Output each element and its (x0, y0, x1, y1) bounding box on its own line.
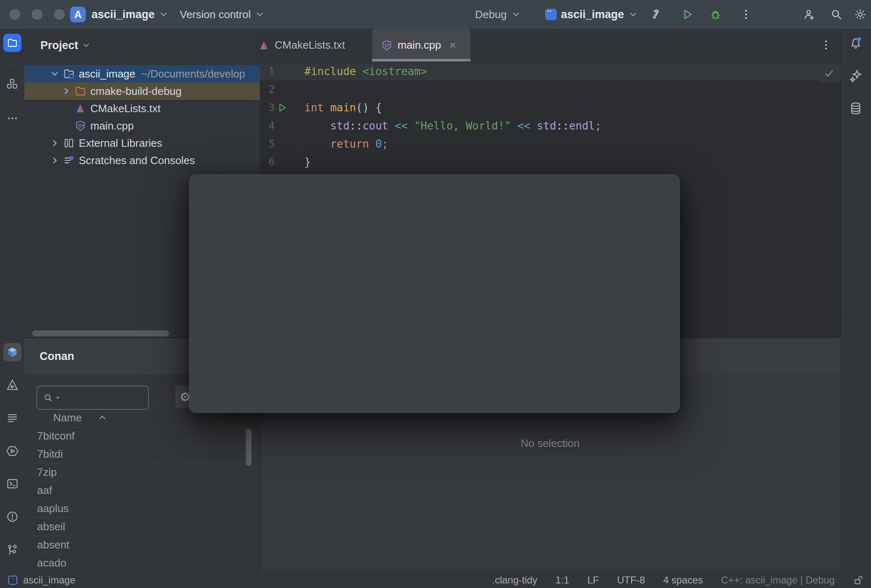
code-line[interactable]: 5 return 0; (260, 135, 840, 153)
status-clang-tidy[interactable]: .clang-tidy (492, 574, 537, 586)
tree-item-cmakelists[interactable]: CMakeLists.txt (24, 100, 260, 117)
cpp-file-icon: C (381, 40, 393, 51)
code-line[interactable]: 1#include <iostream> (260, 62, 840, 80)
tool-conan-button[interactable] (3, 343, 21, 361)
terminal-icon[interactable] (0, 477, 24, 490)
status-encoding[interactable]: UTF-8 (617, 574, 645, 586)
line-number: 3 (260, 102, 275, 113)
vertical-scrollbar[interactable] (246, 429, 252, 466)
run-button[interactable] (681, 8, 694, 21)
chevron-right-icon[interactable] (50, 138, 60, 148)
status-caret-position[interactable]: 1:1 (556, 574, 569, 586)
search-icon (43, 393, 54, 403)
run-target-icon (545, 9, 557, 20)
more-tool-windows-icon[interactable] (0, 112, 24, 125)
package-row[interactable]: aaf (30, 482, 253, 500)
git-branch-icon[interactable] (0, 543, 24, 556)
search-icon[interactable] (830, 8, 843, 21)
code-line[interactable]: 4 std::cout << "Hello, World!" << std::e… (260, 117, 840, 135)
tree-item-label: main.cpp (90, 120, 134, 132)
strip-divider (5, 65, 20, 66)
run-target-selector[interactable]: ascii_image (545, 0, 638, 29)
window-minimize-button[interactable] (32, 9, 42, 20)
project-panel-title-widget[interactable]: Project (40, 39, 91, 52)
conan-cube-icon (6, 346, 19, 358)
tab-label: CMakeLists.txt (275, 39, 345, 52)
tab-cmakelists[interactable]: CMakeLists.txt (249, 29, 354, 61)
code-text: std::cout << "Hello, World!" << std::end… (304, 120, 601, 132)
run-gutter-icon[interactable] (275, 102, 290, 113)
todo-lines-icon[interactable] (0, 412, 24, 424)
code-line[interactable]: 2 (260, 80, 840, 99)
tree-item-external-libraries[interactable]: External Libraries (24, 134, 260, 152)
chevron-down-icon (255, 9, 265, 19)
chevron-down-icon (82, 41, 91, 50)
tree-item-label: cmake-build-debug (90, 85, 181, 98)
status-project-name: ascii_image (23, 574, 75, 586)
project-panel-title: Project (40, 39, 78, 52)
database-icon[interactable] (840, 101, 871, 115)
cmake-tool-icon[interactable] (0, 379, 24, 392)
chevron-down-icon[interactable] (50, 69, 60, 79)
add-user-icon[interactable] (803, 8, 816, 21)
code-line[interactable]: 6} (260, 153, 840, 171)
build-hammer-icon[interactable] (651, 8, 663, 21)
package-row[interactable]: aaplus (30, 500, 253, 518)
code-line[interactable]: 3int main() { (260, 99, 840, 117)
app-icon: A (70, 7, 86, 22)
window-zoom-button[interactable] (54, 9, 65, 20)
close-icon[interactable]: × (450, 39, 456, 52)
package-row[interactable]: 7bitconf (30, 427, 253, 445)
code-text: } (304, 156, 311, 168)
title-bar: A ascii_image Version control Debug asci… (0, 0, 871, 29)
tree-item-cmake-build-debug[interactable]: cmake-build-debug (24, 82, 260, 100)
tree-item-label: CMakeLists.txt (90, 102, 161, 115)
tool-project-button[interactable] (3, 34, 21, 52)
more-actions-icon[interactable] (740, 8, 752, 21)
package-row[interactable]: abseil (30, 518, 253, 536)
services-icon[interactable] (0, 445, 24, 458)
tree-item-project-root[interactable]: ascii_image ~/Documents/develop (24, 65, 260, 82)
vcs-widget[interactable]: Version control (180, 0, 265, 29)
project-status-icon (8, 576, 17, 585)
problems-icon[interactable] (0, 510, 24, 523)
clion-window: A ascii_image Version control Debug asci… (0, 0, 871, 588)
status-project-widget[interactable]: ascii_image (8, 572, 75, 588)
settings-gear-icon[interactable] (854, 8, 867, 21)
debug-config-selector[interactable]: Debug (475, 0, 521, 29)
editor-tab-options-icon[interactable] (820, 39, 832, 51)
chevron-down-icon (159, 9, 169, 19)
project-widget[interactable]: ascii_image (92, 0, 169, 29)
package-row[interactable]: 7bitdi (30, 445, 253, 463)
search-filter-caret-icon (55, 395, 60, 400)
inspections-widget[interactable] (818, 64, 840, 82)
status-indent[interactable]: 4 spaces (663, 574, 703, 586)
status-resolve-context[interactable]: C++: ascii_image | Debug (721, 574, 835, 586)
tree-item-label: ascii_image (79, 68, 135, 80)
tab-main-cpp[interactable]: C main.cpp × (372, 29, 471, 61)
code-text: return 0; (304, 138, 388, 150)
structure-icon[interactable] (0, 78, 24, 90)
unlocked-icon[interactable] (853, 575, 864, 586)
status-line-separator[interactable]: LF (587, 574, 599, 586)
window-close-button[interactable] (9, 9, 20, 20)
chevron-down-icon (511, 9, 521, 19)
notifications-bell-icon[interactable] (840, 35, 871, 50)
chevron-right-icon[interactable] (61, 86, 71, 96)
package-row[interactable]: 7zip (30, 463, 253, 482)
tree-item-label: External Libraries (79, 137, 162, 150)
conan-panel-title: Conan (40, 338, 74, 374)
tree-item-main-cpp[interactable]: C main.cpp (24, 117, 260, 134)
chevron-right-icon[interactable] (50, 155, 60, 165)
project-folder-icon (63, 68, 75, 80)
ai-assistant-sparkles-icon[interactable] (840, 68, 871, 83)
debug-button[interactable] (709, 8, 722, 21)
line-number: 1 (260, 66, 275, 77)
tree-item-scratches[interactable]: Scratches and Consoles (24, 152, 260, 169)
horizontal-scrollbar[interactable] (32, 330, 169, 336)
package-row[interactable]: absent (30, 536, 253, 554)
package-row[interactable]: acado (30, 554, 253, 572)
line-number: 5 (260, 138, 275, 150)
run-target-label: ascii_image (561, 8, 624, 21)
package-search-input[interactable] (36, 386, 149, 410)
